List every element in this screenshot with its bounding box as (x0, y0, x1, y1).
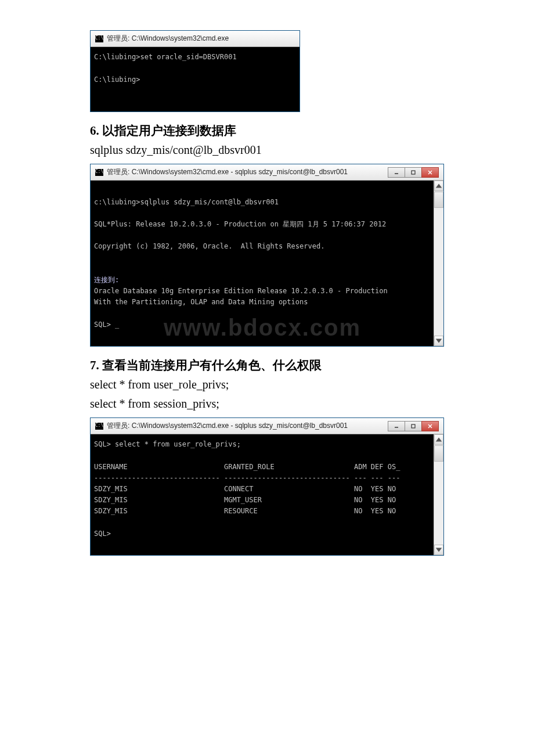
terminal-line (94, 208, 431, 219)
cmd-icon: C:\ (95, 423, 103, 430)
terminal-line: C:\liubing> (94, 74, 296, 85)
scroll-track[interactable] (434, 191, 443, 336)
command-text: select * from user_role_privs; (90, 378, 444, 391)
scroll-down-icon[interactable] (434, 545, 443, 555)
terminal-line (94, 264, 431, 275)
terminal-line (94, 308, 431, 319)
terminal-line: USERNAME GRANTED_ROLE ADM DEF OS_ (94, 462, 431, 473)
command-text: sqlplus sdzy_mis/cont@lb_dbsvr001 (90, 143, 444, 157)
terminal-line: Oracle Database 10g Enterprise Edition R… (94, 286, 431, 297)
close-button[interactable] (421, 421, 439, 431)
scroll-up-icon[interactable] (434, 434, 443, 445)
terminal-body[interactable]: C:\liubing>set oracle_sid=DBSVR001 C:\li… (91, 47, 300, 111)
scroll-thumb[interactable] (434, 445, 443, 462)
terminal-line (94, 517, 431, 528)
titlebar: C:\ 管理员: C:\Windows\system32\cmd.exe (91, 31, 300, 47)
scroll-thumb[interactable] (434, 192, 443, 208)
terminal-window-2: C:\ 管理员: C:\Windows\system32\cmd.exe - s… (90, 164, 444, 347)
window-title: 管理员: C:\Windows\system32\cmd.exe - sqlpl… (107, 167, 388, 178)
heading-text: 查看当前连接用户有什么角色、什么权限 (99, 358, 322, 372)
terminal-line (94, 63, 296, 74)
terminal-line (94, 85, 296, 96)
terminal-line (94, 185, 431, 196)
terminal-line (94, 230, 431, 241)
scroll-up-icon[interactable] (434, 181, 443, 191)
heading-7: 7. 查看当前连接用户有什么角色、什么权限 (90, 357, 444, 373)
svg-rect-1 (412, 171, 415, 174)
minimize-button[interactable] (388, 167, 405, 178)
svg-rect-7 (412, 424, 415, 428)
svg-marker-5 (436, 339, 442, 343)
close-button[interactable] (421, 167, 439, 178)
titlebar: C:\ 管理员: C:\Windows\system32\cmd.exe - s… (91, 418, 443, 434)
heading-number: 7. (90, 358, 99, 372)
terminal-line: SDZY_MIS RESOURCE NO YES NO (94, 506, 431, 517)
titlebar: C:\ 管理员: C:\Windows\system32\cmd.exe - s… (91, 164, 443, 181)
terminal-line: c:\liubing>sqlplus sdzy_mis/cont@lb_dbsv… (94, 197, 431, 208)
svg-marker-11 (436, 548, 442, 552)
scroll-down-icon[interactable] (434, 336, 443, 346)
terminal-line: ------------------------------ ---------… (94, 473, 431, 484)
minimize-button[interactable] (388, 421, 405, 431)
svg-marker-4 (436, 184, 442, 188)
command-text: select * from session_privs; (90, 397, 444, 411)
terminal-line: 连接到: (94, 275, 431, 286)
terminal-line: SQL*Plus: Release 10.2.0.3.0 - Productio… (94, 219, 431, 230)
terminal-line: C:\liubing>set oracle_sid=DBSVR001 (94, 52, 296, 63)
terminal-window-1: C:\ 管理员: C:\Windows\system32\cmd.exe C:\… (90, 30, 300, 112)
svg-marker-10 (436, 438, 442, 442)
maximize-button[interactable] (405, 421, 422, 431)
terminal-line: SQL> _ (94, 319, 431, 330)
cmd-icon: C:\ (95, 35, 103, 42)
terminal-body[interactable]: c:\liubing>sqlplus sdzy_mis/cont@lb_dbsv… (91, 181, 443, 346)
window-buttons (388, 421, 439, 431)
scrollbar[interactable] (434, 181, 443, 346)
terminal-body[interactable]: SQL> select * from user_role_privs; USER… (91, 434, 443, 555)
scroll-track[interactable] (434, 445, 443, 545)
cmd-icon: C:\ (95, 169, 103, 176)
maximize-button[interactable] (405, 167, 422, 178)
terminal-line: SDZY_MIS CONNECT NO YES NO (94, 484, 431, 495)
scrollbar[interactable] (434, 434, 443, 555)
terminal-line: Copyright (c) 1982, 2006, Oracle. All Ri… (94, 241, 431, 252)
window-buttons (388, 167, 439, 178)
terminal-line: SDZY_MIS MGMT_USER NO YES NO (94, 495, 431, 506)
terminal-line: With the Partitioning, OLAP and Data Min… (94, 297, 431, 308)
heading-6: 6. 以指定用户连接到数据库 (90, 123, 444, 139)
heading-text: 以指定用户连接到数据库 (99, 124, 236, 138)
window-title: 管理员: C:\Windows\system32\cmd.exe (107, 33, 295, 44)
terminal-line (94, 539, 431, 550)
terminal-line: SQL> select * from user_role_privs; (94, 439, 431, 450)
terminal-window-3: C:\ 管理员: C:\Windows\system32\cmd.exe - s… (90, 417, 444, 556)
terminal-line (94, 450, 431, 461)
terminal-line: SQL> (94, 528, 431, 539)
terminal-line (94, 253, 431, 264)
window-title: 管理员: C:\Windows\system32\cmd.exe - sqlpl… (107, 420, 388, 431)
heading-number: 6. (90, 124, 99, 138)
terminal-line (94, 330, 431, 341)
